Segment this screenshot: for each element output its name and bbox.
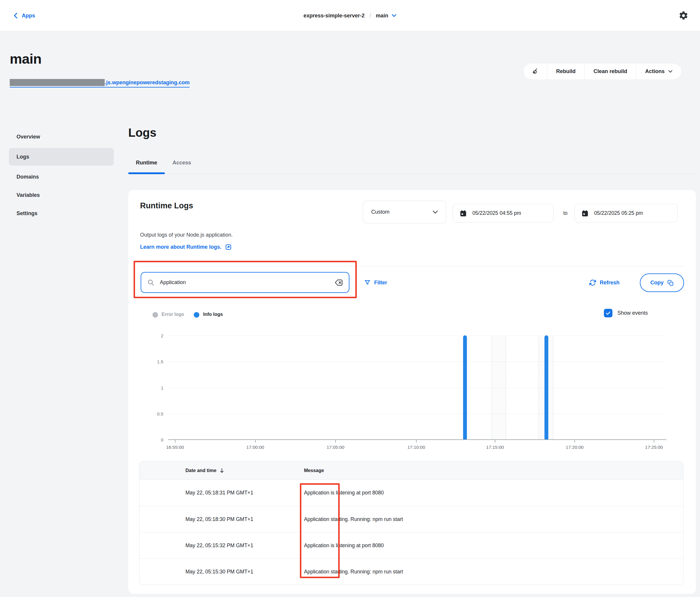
actions-label: Actions <box>645 68 665 75</box>
panel-title: Runtime Logs <box>140 201 193 210</box>
copy-icon <box>667 280 674 286</box>
tab-access[interactable]: Access <box>165 158 199 174</box>
show-events-toggle[interactable]: Show events <box>604 309 648 317</box>
table-row: May 22, 05:15:32 PM GMT+1Application is … <box>140 532 683 559</box>
x-axis-tick-label: 17:25:00 <box>645 445 663 450</box>
cell-message: Application starting. Running: npm run s… <box>304 516 403 522</box>
breadcrumb-app-name: express-simple-server-2 <box>303 13 365 19</box>
refresh-button[interactable]: Refresh <box>589 277 620 288</box>
purge-cache-button[interactable] <box>523 63 547 80</box>
section-divider <box>140 266 684 266</box>
gridline <box>168 336 667 336</box>
environment-switcher[interactable]: main <box>376 13 397 19</box>
log-count-bar <box>544 335 548 439</box>
clean-rebuild-button[interactable]: Clean rebuild <box>584 63 636 80</box>
funnel-icon <box>364 279 371 286</box>
logs-tabs: RuntimeAccess <box>128 158 696 174</box>
y-axis-tick-label: 1 <box>146 385 164 391</box>
refresh-label: Refresh <box>600 280 620 286</box>
info-logs-legend-label[interactable]: Info logs <box>203 312 223 317</box>
chevron-down-icon <box>668 70 673 73</box>
y-axis-tick-label: 0.5 <box>146 411 164 417</box>
section-heading: Logs <box>128 126 156 139</box>
breadcrumb-env-name: main <box>376 13 388 19</box>
calendar-icon <box>581 209 589 217</box>
environment-url-link[interactable]: .js.wpenginepoweredstaging.com <box>10 79 190 87</box>
x-axis-tick-label: 17:05:00 <box>327 445 344 450</box>
breadcrumb-separator: / <box>369 12 371 20</box>
page-title: main <box>10 51 42 67</box>
x-axis-line <box>168 439 667 440</box>
date-from-input[interactable]: 05/22/2025 04:55 pm <box>453 204 553 223</box>
y-axis-tick-label: 0 <box>146 437 164 443</box>
gridline <box>168 388 667 388</box>
x-axis-tick-label: 16:55:00 <box>166 445 184 450</box>
search-icon <box>147 279 154 286</box>
x-axis-tick-mark <box>495 440 495 443</box>
filter-button[interactable]: Filter <box>364 277 387 288</box>
logs-table-header: Date and time Message <box>140 462 683 480</box>
sidebar-item-logs[interactable]: Logs <box>9 148 114 165</box>
learn-more-link[interactable]: Learn more about Runtime logs. <box>140 244 232 251</box>
x-axis-tick-mark <box>416 440 417 443</box>
learn-more-label: Learn more about Runtime logs. <box>140 244 221 250</box>
cell-datetime: May 22, 05:18:31 PM GMT+1 <box>185 490 304 496</box>
search-input[interactable] <box>154 279 335 286</box>
logs-table-body: May 22, 05:18:31 PM GMT+1Application is … <box>140 480 683 585</box>
sidebar-item-settings[interactable]: Settings <box>9 206 114 220</box>
show-events-label: Show events <box>618 310 648 316</box>
time-range-value: Custom <box>371 209 390 215</box>
environment-url-suffix: .js.wpenginepoweredstaging.com <box>105 80 190 86</box>
external-link-icon <box>225 244 232 251</box>
settings-gear-button[interactable] <box>678 10 690 22</box>
runtime-logs-card: Runtime Logs Custom 05/22/2025 04:55 pm … <box>128 190 696 594</box>
logs-table: Date and time Message May 22, 05:18:31 P… <box>139 461 683 585</box>
chevron-down-icon <box>392 14 397 17</box>
sidebar-item-domains[interactable]: Domains <box>9 170 114 184</box>
cell-datetime: May 22, 05:15:32 PM GMT+1 <box>185 543 304 549</box>
broom-icon <box>531 68 539 76</box>
calendar-icon <box>459 209 467 217</box>
sidebar-item-variables[interactable]: Variables <box>9 188 114 202</box>
breadcrumb: express-simple-server-2 / main <box>303 0 396 31</box>
cell-datetime: May 22, 05:18:30 PM GMT+1 <box>185 516 304 522</box>
refresh-icon <box>589 279 596 286</box>
back-to-apps-link[interactable]: Apps <box>13 0 35 31</box>
panel-description: Output logs of your Node.js application. <box>140 232 233 238</box>
error-logs-legend-dot <box>152 312 158 318</box>
x-axis-tick-label: 17:20:00 <box>566 445 583 450</box>
datetime-header-label: Date and time <box>185 468 217 473</box>
y-axis-tick-label: 2 <box>146 333 164 339</box>
cell-datetime: May 22, 05:15:30 PM GMT+1 <box>185 569 304 575</box>
x-axis-tick-mark <box>335 440 336 443</box>
error-logs-legend-label[interactable]: Error logs <box>161 312 184 317</box>
info-logs-legend-dot <box>194 312 199 318</box>
gridline <box>168 414 667 414</box>
date-to-input[interactable]: 05/22/2025 05:25 pm <box>574 204 678 223</box>
actions-dropdown-button[interactable]: Actions <box>636 63 681 80</box>
filter-label: Filter <box>374 280 387 286</box>
sidebar-nav: OverviewLogsDomainsVariablesSettings <box>9 130 114 225</box>
rebuild-button[interactable]: Rebuild <box>547 63 584 80</box>
chart-plot: 00.511.5216:55:0017:00:0017:05:0017:10:0… <box>168 336 667 440</box>
rebuild-label: Rebuild <box>556 68 576 75</box>
cell-message: Application starting. Running: npm run s… <box>304 569 403 575</box>
x-axis-tick-label: 17:00:00 <box>247 445 264 450</box>
sidebar-item-overview[interactable]: Overview <box>9 130 114 144</box>
chevron-down-icon <box>432 210 438 214</box>
table-row: May 22, 05:18:31 PM GMT+1Application is … <box>140 480 683 506</box>
cell-message: Application is listening at port 8080 <box>304 543 383 549</box>
tab-runtime[interactable]: Runtime <box>128 158 165 174</box>
gear-icon <box>678 10 689 21</box>
sort-descending-icon <box>219 468 224 473</box>
copy-label: Copy <box>650 280 664 286</box>
x-axis-tick-mark <box>574 440 575 443</box>
copy-button[interactable]: Copy <box>640 274 684 292</box>
clear-search-button[interactable] <box>335 279 343 286</box>
column-header-datetime[interactable]: Date and time <box>185 468 304 473</box>
event-band <box>492 336 506 439</box>
show-events-checkbox[interactable] <box>604 309 612 317</box>
cell-message: Application is listening at port 8080 <box>304 490 383 496</box>
time-range-select[interactable]: Custom <box>363 201 446 223</box>
x-axis-tick-label: 17:10:00 <box>407 445 425 450</box>
